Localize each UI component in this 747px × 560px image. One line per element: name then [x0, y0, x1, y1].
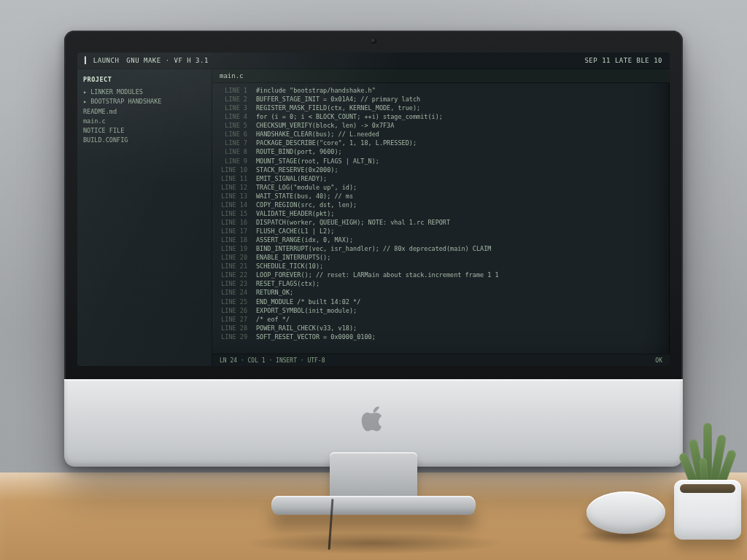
line-number: LINE 5: [212, 121, 250, 130]
code-text: ASSERT_RANGE(idx, 0, MAX);: [256, 236, 353, 244]
imac-monitor: ▍ LAUNCH GNU MAKE · VF H 3.1 SEP 11 LATE…: [64, 31, 683, 467]
code-line: LINE 6HANDSHAKE_CLEAR(bus); // L.needed: [212, 130, 665, 139]
sidebar-item: NOTICE FILE: [83, 126, 206, 136]
line-number: LINE 24: [212, 288, 250, 297]
code-line: LINE 13WAIT_STATE(bus, 40); // ms: [212, 192, 665, 201]
code-text: POWER_RAIL_CHECK(v33, v18);: [256, 324, 357, 332]
tab-row: main.c: [212, 69, 670, 83]
sidebar-item: ▸ LINKER MODULES: [83, 88, 206, 97]
code-text: STACK_RESERVE(0x2000);: [256, 166, 338, 174]
line-number: LINE 8: [212, 147, 250, 156]
code-text: BUFFER_STAGE_INIT = 0x01A4; // primary l…: [256, 95, 420, 104]
screen-content: ▍ LAUNCH GNU MAKE · VF H 3.1 SEP 11 LATE…: [77, 52, 670, 366]
code-line: LINE 12TRACE_LOG("module up", id);: [212, 183, 665, 192]
code-text: for (i = 0; i < BLOCK_COUNT; ++i) stage_…: [256, 112, 443, 121]
code-line: LINE 9MOUNT_STAGE(root, FLAGS | ALT_N);: [212, 157, 665, 166]
code-text: FLUSH_CACHE(L1 | L2);: [256, 227, 334, 236]
code-line: LINE 3REGISTER_MASK_FIELD(ctx, KERNEL_MO…: [212, 104, 665, 112]
sidebar-item: BUILD.CONFIG: [83, 136, 206, 145]
line-number: LINE 29: [212, 332, 250, 341]
code-line: LINE 24RETURN_OK;: [212, 288, 665, 297]
line-number: LINE 21: [212, 262, 250, 271]
monitor-stand-foot: [271, 496, 476, 515]
code-text: EMIT_SIGNAL(READY);: [256, 174, 327, 183]
code-line: LINE 15VALIDATE_HEADER(pkt);: [212, 209, 665, 218]
code-line: LINE 11EMIT_SIGNAL(READY);: [212, 174, 665, 183]
line-number: LINE 13: [212, 192, 250, 201]
topbar-center: GNU MAKE · VF H 3.1: [126, 57, 208, 64]
code-line: LINE 4for (i = 0; i < BLOCK_COUNT; ++i) …: [212, 112, 665, 121]
line-number: LINE 16: [212, 218, 250, 227]
line-number: LINE 26: [212, 306, 250, 315]
code-text: EXPORT_SYMBOL(init_module);: [256, 306, 357, 315]
plant-pot: [674, 480, 741, 540]
code-line: LINE 8ROUTE_BIND(port, 9600);: [212, 147, 665, 156]
code-text: SOFT_RESET_VECTOR = 0x0000_0100;: [256, 332, 376, 341]
code-line: LINE 14COPY_REGION(src, dst, len);: [212, 201, 665, 209]
code-line: LINE 2BUFFER_STAGE_INIT = 0x01A4; // pri…: [212, 95, 665, 104]
code-text: COPY_REGION(src, dst, len);: [256, 201, 357, 209]
code-text: ENABLE_INTERRUPTS();: [256, 253, 330, 262]
line-number: LINE 27: [212, 315, 250, 324]
code-line: LINE 17FLUSH_CACHE(L1 | L2);: [212, 227, 665, 236]
apple-logo-icon: [361, 405, 386, 435]
code-text: MOUNT_STAGE(root, FLAGS | ALT_N);: [256, 157, 379, 166]
topbar-left: ▍ LAUNCH: [85, 57, 119, 64]
code-text: TRACE_LOG("module up", id);: [256, 183, 357, 192]
code-text: DISPATCH(worker, QUEUE_HIGH); NOTE: vhal…: [256, 218, 450, 227]
code-text: /* eof */: [256, 315, 290, 324]
sidebar-item: README.md: [83, 107, 206, 117]
code-line: LINE 19BIND_INTERRUPT(vec, isr_handler);…: [212, 244, 665, 253]
tab-active: main.c: [220, 72, 244, 79]
line-number: LINE 12: [212, 183, 250, 192]
line-number: LINE 3: [212, 104, 250, 112]
line-number: LINE 23: [212, 279, 250, 288]
line-number: LINE 19: [212, 244, 250, 253]
line-number: LINE 10: [212, 166, 250, 174]
sidebar-item: ▸ BOOTSTRAP HANDSHAKE: [83, 97, 206, 106]
code-line: LINE 23RESET_FLAGS(ctx);: [212, 279, 665, 288]
line-number: LINE 22: [212, 271, 250, 279]
file-sidebar: PROJECT ▸ LINKER MODULES▸ BOOTSTRAP HAND…: [77, 69, 212, 366]
code-line: LINE 22LOOP_FOREVER(); // reset: LARMain…: [212, 271, 665, 279]
code-line: LINE 1#include "bootstrap/handshake.h": [212, 86, 665, 95]
code-text: RETURN_OK;: [256, 288, 293, 297]
line-number: LINE 6: [212, 130, 250, 139]
code-line: LINE 26EXPORT_SYMBOL(init_module);: [212, 306, 665, 315]
code-text: SCHEDULE_TICK(10);: [256, 262, 323, 271]
code-line: LINE 25END_MODULE /* built 14:02 */: [212, 298, 665, 306]
topbar-right: SEP 11 LATE BLE 10: [584, 57, 662, 64]
line-number: LINE 15: [212, 209, 250, 218]
code-text: RESET_FLAGS(ctx);: [256, 279, 320, 288]
line-number: LINE 7: [212, 139, 250, 147]
line-number: LINE 18: [212, 236, 250, 244]
status-left: LN 24 · COL 1 · INSERT · UTF-8: [220, 357, 325, 364]
line-number: LINE 28: [212, 324, 250, 332]
sidebar-header: PROJECT: [83, 75, 206, 85]
monitor-stand-neck: [330, 452, 417, 499]
line-number: LINE 20: [212, 253, 250, 262]
code-text: ROUTE_BIND(port, 9600);: [256, 147, 342, 156]
code-text: #include "bootstrap/handshake.h": [256, 86, 376, 95]
code-text: REGISTER_MASK_FIELD(ctx, KERNEL_MODE, tr…: [256, 104, 420, 112]
line-number: LINE 17: [212, 227, 250, 236]
code-line: LINE 7PACKAGE_DESCRIBE("core", 1, 18, L.…: [212, 139, 665, 147]
code-line: LINE 28POWER_RAIL_CHECK(v33, v18);: [212, 324, 665, 332]
line-number: LINE 2: [212, 95, 250, 104]
webcam-dot: [371, 38, 376, 44]
code-editor: LINE 1#include "bootstrap/handshake.h"LI…: [212, 83, 670, 354]
code-text: LOOP_FOREVER(); // reset: LARMain about …: [256, 271, 499, 279]
code-text: PACKAGE_DESCRIBE("core", 1, 18, L.PRESSE…: [256, 139, 417, 147]
code-line: LINE 29SOFT_RESET_VECTOR = 0x0000_0100;: [212, 332, 665, 341]
code-text: HANDSHAKE_CLEAR(bus); // L.needed: [256, 130, 379, 139]
code-line: LINE 21SCHEDULE_TICK(10);: [212, 262, 665, 271]
code-text: BIND_INTERRUPT(vec, isr_handler); // 80x…: [256, 244, 491, 253]
status-bar: LN 24 · COL 1 · INSERT · UTF-8 OK: [212, 354, 670, 366]
monitor-stand-shadow: [242, 532, 505, 554]
magic-mouse: [587, 491, 665, 534]
code-line: LINE 10STACK_RESERVE(0x2000);: [212, 166, 665, 174]
code-line: LINE 27/* eof */: [212, 315, 665, 324]
line-number: LINE 11: [212, 174, 250, 183]
line-number: LINE 1: [212, 86, 250, 95]
code-line: LINE 20ENABLE_INTERRUPTS();: [212, 253, 665, 262]
